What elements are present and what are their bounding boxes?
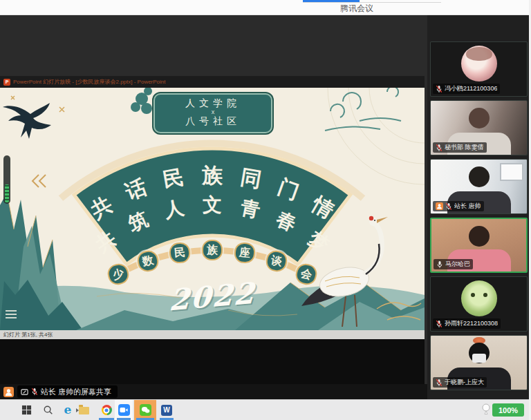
plaque-line1: 人文学院	[155, 97, 271, 109]
screenshot-root: 腾讯会议 P PowerPoint 幻灯片放映 - [少数民族座谈会2.pptx…	[0, 0, 531, 420]
mic-muted-icon	[436, 144, 442, 152]
meeting-icon	[118, 404, 130, 416]
slide-plaque: 人文学院 x 八号社区	[153, 93, 272, 133]
mic-muted-icon	[31, 388, 38, 396]
powerpoint-icon: P	[3, 79, 10, 86]
participant-tile[interactable]: 站长 唐帅	[430, 159, 528, 214]
ppt-title-text: PowerPoint 幻灯片放映 - [少数民族座谈会2.pptx] - Pow…	[13, 78, 166, 86]
search-button[interactable]	[39, 400, 57, 420]
share-banner-pill: 站长 唐帅的屏幕共享	[17, 385, 118, 398]
participant-name: 站长 唐帅	[454, 202, 481, 211]
participant-name: 冯小鸥2112100306	[445, 84, 497, 93]
participant-label: 马尔哈巴	[434, 259, 473, 269]
participants-sidebar: 冯小鸥2112100306秘书部 陈雯倩站长 唐帅马尔哈巴孙雨轩22121003…	[427, 15, 531, 399]
screen-share-badge	[3, 387, 14, 397]
progress-bar	[303, 0, 360, 2]
volume-indicator	[3, 155, 10, 204]
participant-name: 于晓鹏-上应大	[445, 378, 484, 387]
avatar	[461, 46, 497, 82]
article-header: 腾讯会议	[0, 0, 531, 15]
folder-icon	[79, 407, 89, 414]
balloon-icon[interactable]	[481, 403, 491, 415]
stage-bottom	[0, 339, 425, 384]
page-title: 腾讯会议	[340, 3, 373, 15]
windows-icon	[21, 405, 32, 415]
participant-tile[interactable]: 于晓鹏-上应大	[430, 335, 528, 390]
mic-muted-icon	[436, 379, 442, 387]
participant-name: 马尔哈巴	[445, 260, 470, 269]
participant-label: 于晓鹏-上应大	[433, 377, 487, 388]
participant-label: 站长 唐帅	[433, 201, 484, 211]
mic-muted-icon	[436, 85, 442, 93]
battery-indicator[interactable]: 100%	[492, 403, 524, 417]
word-icon: W	[161, 405, 172, 416]
volume-level	[5, 184, 9, 202]
meeting-window: P PowerPoint 幻灯片放映 - [少数民族座谈会2.pptx] - P…	[0, 15, 531, 399]
participant-tile[interactable]: 秘书部 陈雯倩	[430, 100, 528, 155]
participant-tile[interactable]: 冯小鸥2112100306	[430, 41, 528, 97]
share-banner: 站长 唐帅的屏幕共享	[0, 384, 427, 399]
wechat[interactable]	[134, 400, 156, 420]
ppt-status-text: 幻灯片 第1张, 共4张	[3, 332, 53, 338]
ppt-statusbar: 幻灯片 第1张, 共4张	[0, 330, 425, 339]
chrome-icon	[102, 405, 112, 415]
chrome[interactable]	[97, 400, 116, 420]
wechat-icon	[140, 404, 151, 416]
participant-label: 秘书部 陈雯倩	[433, 142, 487, 153]
plaque-x: x	[155, 109, 271, 115]
screen-share-badge	[436, 202, 443, 210]
tencent-meeting[interactable]	[115, 400, 133, 420]
ppt-titlebar: P PowerPoint 幻灯片放映 - [少数民族座谈会2.pptx] - P…	[0, 76, 425, 88]
mic-muted-icon	[445, 202, 452, 211]
mic-muted-icon	[436, 320, 442, 328]
menu-icon	[6, 310, 17, 321]
ie-icon: e	[64, 404, 72, 416]
shared-screen-stage: P PowerPoint 幻灯片放映 - [少数民族座谈会2.pptx] - P…	[0, 15, 427, 399]
participant-tile[interactable]: 孙雨轩2212100308	[430, 276, 528, 332]
participant-tile[interactable]: 马尔哈巴	[430, 218, 528, 273]
participant-name: 秘书部 陈雯倩	[445, 143, 484, 152]
start-button[interactable]	[17, 400, 36, 420]
participant-label: 冯小鸥2112100306	[433, 84, 500, 94]
annotation-icon	[21, 388, 28, 396]
avatar	[461, 280, 497, 316]
mic-on-icon	[436, 260, 443, 269]
file-explorer[interactable]	[75, 400, 93, 420]
plaque-line2: 八号社区	[155, 115, 271, 127]
word[interactable]: W	[158, 400, 176, 420]
participant-name: 孙雨轩2212100308	[445, 319, 498, 328]
share-banner-text: 站长 唐帅的屏幕共享	[41, 387, 111, 397]
presentation-slide: 人文学院 x 八号社区 共话民族同门情 共筑人文青春梦 少数民族座谈会 2022	[0, 88, 425, 330]
taskbar: eW 100%	[0, 399, 531, 420]
search-icon	[43, 405, 53, 415]
participant-label: 孙雨轩2212100308	[433, 318, 501, 329]
